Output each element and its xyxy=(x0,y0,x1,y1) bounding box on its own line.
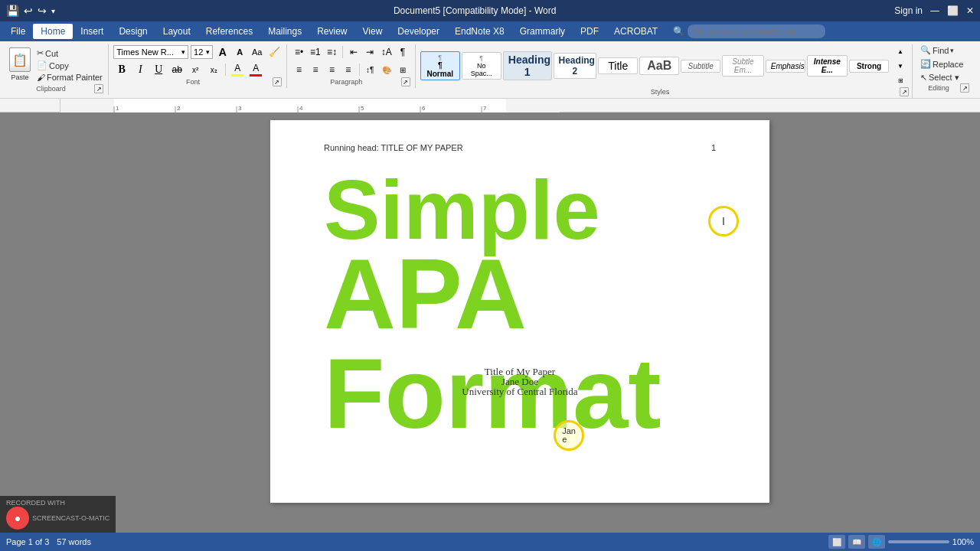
menu-home[interactable]: Home xyxy=(33,24,73,39)
menu-file[interactable]: File xyxy=(3,24,33,39)
font-group: Times New R... ▾ 12 ▾ A A Aa 🧹 B I U xyxy=(109,44,287,88)
read-mode-button[interactable]: 📖 xyxy=(848,535,865,549)
font-size-selector[interactable]: 12 ▾ xyxy=(191,45,213,59)
menu-references[interactable]: References xyxy=(198,24,260,39)
line-spacing-button[interactable]: ↕¶ xyxy=(362,62,377,77)
copy-icon: 📄 xyxy=(37,60,47,70)
menu-acrobat[interactable]: ACROBAT xyxy=(606,24,665,39)
subscript-button[interactable]: x₂ xyxy=(205,62,222,77)
styles-expand[interactable]: ⊞ xyxy=(892,73,909,87)
clipboard-expand[interactable]: ↗ xyxy=(94,84,103,93)
cut-button[interactable]: ✂ Cut xyxy=(34,47,106,59)
menu-insert[interactable]: Insert xyxy=(73,24,111,39)
paste-button[interactable]: 📋 Paste xyxy=(8,44,32,84)
justify-button[interactable]: ≡ xyxy=(341,62,355,77)
style-subtle-em[interactable]: Subtle Em... xyxy=(722,55,764,77)
format-painter-button[interactable]: 🖌 Format Painter xyxy=(34,72,106,83)
multilevel-button[interactable]: ≡↕ xyxy=(325,44,339,60)
align-center-button[interactable]: ≡ xyxy=(308,62,322,77)
italic-button[interactable]: I xyxy=(132,62,149,77)
title-bar: 💾 ↩ ↪ ▾ Document5 [Compatibility Mode] -… xyxy=(0,0,980,21)
increase-indent-button[interactable]: ⇥ xyxy=(362,44,377,60)
font-color-button[interactable]: A xyxy=(247,62,264,77)
superscript-button[interactable]: x² xyxy=(187,62,204,77)
save-icon[interactable]: 💾 xyxy=(6,5,19,17)
minimize-icon[interactable]: — xyxy=(930,5,939,16)
menu-endnote[interactable]: EndNote X8 xyxy=(447,24,512,39)
yellow-cursor: Jane xyxy=(554,420,584,451)
style-aa[interactable]: AaB xyxy=(639,57,679,75)
svg-text:6: 6 xyxy=(422,105,426,112)
replace-button[interactable]: 🔄 Replace xyxy=(917,58,969,70)
paragraph-expand[interactable]: ↗ xyxy=(401,77,410,86)
shading-button[interactable]: 🎨 xyxy=(379,62,394,77)
restore-icon[interactable]: ⬜ xyxy=(947,5,959,16)
svg-text:2: 2 xyxy=(177,105,181,112)
styles-expand-btn[interactable]: ↗ xyxy=(900,87,909,96)
align-left-button[interactable]: ≡ xyxy=(292,62,306,77)
zoom-slider[interactable] xyxy=(888,540,949,543)
menu-mailings[interactable]: Mailings xyxy=(260,24,309,39)
style-intense-e[interactable]: Intense E... xyxy=(807,55,848,77)
bullets-button[interactable]: ≡• xyxy=(292,44,306,60)
menu-review[interactable]: Review xyxy=(309,24,354,39)
select-button[interactable]: ↖ Select ▾ xyxy=(917,72,969,83)
menu-grammarly[interactable]: Grammarly xyxy=(512,24,573,39)
font-name-selector[interactable]: Times New R... ▾ xyxy=(113,45,188,59)
text-highlight-button[interactable]: A xyxy=(229,62,246,77)
align-right-button[interactable]: ≡ xyxy=(325,62,339,77)
document-scroll[interactable]: Running head: TITLE OF MY PAPER 1 I Simp… xyxy=(60,112,980,538)
document-page[interactable]: Running head: TITLE OF MY PAPER 1 I Simp… xyxy=(270,120,769,503)
print-layout-button[interactable]: ⬜ xyxy=(828,535,845,549)
tell-me-input[interactable] xyxy=(688,24,825,38)
ruler: 1 2 3 4 5 6 7 xyxy=(0,99,980,112)
strikethrough-button[interactable]: ab xyxy=(168,62,185,77)
styles-scroll-down[interactable]: ▼ xyxy=(892,59,909,73)
big-apa-format: APA Format Jane Title of My Paper Jane D… xyxy=(324,244,716,443)
style-heading2[interactable]: Heading 2 xyxy=(554,53,597,79)
svg-rect-2 xyxy=(506,99,560,112)
decrease-indent-button[interactable]: ⇤ xyxy=(346,44,361,60)
running-head: Running head: TITLE OF MY PAPER xyxy=(324,143,463,152)
menu-bar: File Home Insert Design Layout Reference… xyxy=(0,21,980,41)
style-heading1[interactable]: Heading 1 xyxy=(503,51,552,80)
menu-pdf[interactable]: PDF xyxy=(573,24,606,39)
title-bar-left: 💾 ↩ ↪ ▾ xyxy=(6,5,55,17)
font-shrink-button[interactable]: A xyxy=(233,44,247,60)
styles-scroll-up[interactable]: ▲ xyxy=(892,44,909,58)
menu-view[interactable]: View xyxy=(355,24,390,39)
copy-button[interactable]: 📄 Copy xyxy=(34,60,106,71)
style-title[interactable]: Title xyxy=(598,57,638,74)
menu-layout[interactable]: Layout xyxy=(155,24,198,39)
numbering-button[interactable]: ≡1 xyxy=(308,44,322,60)
menu-design[interactable]: Design xyxy=(111,24,155,39)
word-count: 57 words xyxy=(57,537,91,546)
sign-in-link[interactable]: Sign in xyxy=(894,5,923,16)
style-subtitle[interactable]: Subtitle xyxy=(681,60,720,73)
change-case-button[interactable]: Aa xyxy=(250,44,264,60)
close-icon[interactable]: ✕ xyxy=(966,5,974,16)
redo-icon[interactable]: ↪ xyxy=(38,5,47,17)
font-expand[interactable]: ↗ xyxy=(273,77,282,86)
find-icon: 🔍 xyxy=(920,45,931,55)
web-layout-button[interactable]: 🌐 xyxy=(868,535,885,549)
bold-button[interactable]: B xyxy=(113,62,130,77)
underline-button[interactable]: U xyxy=(150,62,167,77)
find-button[interactable]: 🔍 Find ▾ xyxy=(917,44,969,56)
overlay-institution: University of Central Florida xyxy=(462,386,577,396)
clipboard-label: Clipboard xyxy=(8,85,94,93)
menu-developer[interactable]: Developer xyxy=(390,24,447,39)
clear-format-button[interactable]: 🧹 xyxy=(266,44,281,60)
style-strong[interactable]: Strong xyxy=(849,60,889,73)
editing-expand[interactable]: ↗ xyxy=(960,83,969,93)
borders-button[interactable]: ⊞ xyxy=(395,62,410,77)
show-marks-button[interactable]: ¶ xyxy=(395,44,410,60)
sort-button[interactable]: ↕A xyxy=(379,44,394,60)
font-grow-button[interactable]: A xyxy=(215,44,230,60)
style-emphasis[interactable]: Emphasis xyxy=(766,60,805,73)
undo-icon[interactable]: ↩ xyxy=(24,5,33,17)
style-no-spacing[interactable]: ¶ No Spac... xyxy=(462,52,501,80)
style-normal[interactable]: ¶ ¶ Normal xyxy=(420,51,460,80)
svg-text:4: 4 xyxy=(299,105,303,112)
editing-label: Editing xyxy=(917,84,960,92)
